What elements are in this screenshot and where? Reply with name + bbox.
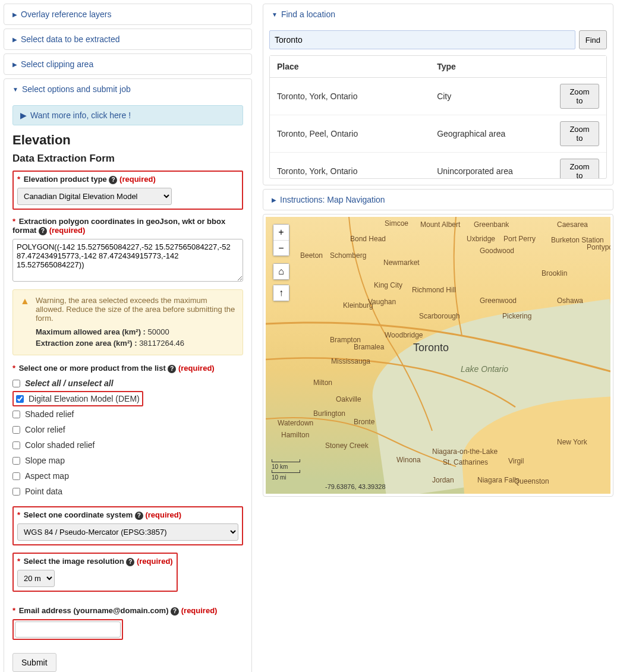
product-checkbox[interactable] [16,395,24,403]
col-type: Type [430,56,553,78]
product-checkbox[interactable] [12,488,20,496]
map-city-label: Jordan [432,476,454,484]
product-label: Point data [25,487,62,496]
product-checkbox[interactable] [12,411,20,418]
zoom-to-button[interactable]: Zoom to [560,159,599,178]
table-row: Toronto, York, OntarioCityZoom to [270,78,606,115]
map-locate-button[interactable]: ↑ [273,285,289,301]
max-area-value: 50000 [148,327,169,336]
select-all-label: Select all / unselect all [25,378,114,388]
zoom-in-button[interactable]: + [273,225,289,240]
map-city-label: Winona [396,456,421,464]
required-text: (required) [119,175,156,184]
map-city-label: Kleinburg [343,301,373,310]
required-text: (required) [178,364,215,373]
map-city-label: New York [557,438,587,446]
field-resolution: * Select the image resolution ? (require… [12,553,178,592]
map-city-label: Goodwood [480,247,514,255]
product-type-select[interactable]: Canadian Digital Elevation Model [17,188,172,205]
product-checkbox[interactable] [12,457,20,465]
select-all-checkbox[interactable] [12,380,20,387]
info-banner[interactable]: ▶Want more info, click here ! [12,105,243,125]
product-checkbox[interactable] [12,426,20,434]
map-city-label: Woodbridge [385,331,423,339]
form-title: Elevation [12,132,243,148]
find-button[interactable]: Find [579,30,607,49]
product-label: Color relief [25,425,65,434]
help-icon[interactable]: ? [135,512,143,520]
panel-clipping[interactable]: ▶Select clipping area [4,53,252,75]
help-icon[interactable]: ? [168,365,176,373]
panel-select-data[interactable]: ▶Select data to be extracted [4,29,252,50]
map-city-label: Richmond Hill [412,286,456,294]
map-city-label: Pickering [502,312,531,320]
product-checkbox[interactable] [12,472,20,480]
caret-right-icon: ▶ [12,61,17,68]
resolution-select[interactable]: 20 m [17,570,55,587]
product-row: Point data [12,484,243,499]
warning-text: Warning, the area selected exceeds the m… [36,296,235,323]
map-city-label: Queenston [514,477,549,485]
location-search-input[interactable] [269,30,575,49]
map-city-label: Greenbank [474,220,509,229]
help-icon[interactable]: ? [171,607,179,616]
map[interactable]: + − ⌂ ↑ SimcoeMount AlbertGreenbankCaesa… [266,217,610,494]
polygon-textarea[interactable]: POLYGON((-142 15.527565084227,-52 15.527… [12,239,243,282]
zoom-out-button[interactable]: − [273,240,289,255]
find-title: Find a location [281,10,335,19]
map-city-label: Port Perry [503,235,536,243]
caret-right-icon: ▶ [272,197,276,203]
map-city-label: Caesarea [557,220,588,229]
products-label: Select one or more product from the list [19,364,166,373]
instructions-label: Instructions: Map Navigation [280,195,385,204]
panel-find-location: ▼Find a location Find PlaceType Toronto,… [263,4,613,185]
home-control: ⌂ [273,263,289,280]
map-city-label: Bronte [354,418,374,426]
locate-control: ↑ [273,285,289,301]
panel-clipping-label: Select clipping area [21,59,93,69]
zone-area-value: 38117264.46 [139,339,184,348]
map-city-label: Burlington [313,409,345,418]
panel-select-data-label: Select data to be extracted [21,34,120,44]
map-label-main-city: Toronto [413,342,449,354]
product-label: Color shaded relief [25,440,95,450]
required-star: * [17,510,20,519]
map-city-label: Oakville [336,395,361,403]
panel-options-header[interactable]: ▼Select options and submit job [4,79,251,99]
cell-type: City [430,78,553,115]
map-coords: -79.63876, 43.39328 [325,483,386,490]
required-star: * [12,217,15,226]
scale-mi: 10 mi [272,474,286,481]
zoom-to-button[interactable]: Zoom to [560,121,599,146]
map-city-label: Milton [313,378,332,387]
required-star: * [17,175,20,184]
panel-overlay[interactable]: ▶Overlay reference layers [4,4,252,25]
panel-find-header[interactable]: ▼Find a location [263,4,613,24]
caret-right-icon: ▶ [20,111,27,120]
results-table: PlaceType Toronto, York, OntarioCityZoom… [270,56,606,178]
resolution-label: Select the image resolution [24,557,124,566]
cell-place: Toronto, York, Ontario [270,153,430,179]
map-scale: 10 km 10 mi [272,459,300,481]
product-checkbox[interactable] [12,441,20,449]
map-home-button[interactable]: ⌂ [273,264,289,279]
panel-instructions[interactable]: ▶Instructions: Map Navigation [263,189,613,210]
zoom-to-button[interactable]: Zoom to [560,84,599,109]
coord-sys-label: Select one coordinate system [24,510,133,519]
caret-down-icon: ▼ [272,11,278,18]
panel-options: ▼Select options and submit job ▶Want mor… [4,78,252,672]
help-icon[interactable]: ? [39,227,47,235]
map-city-label: Virgil [508,457,524,465]
email-input[interactable] [15,621,121,638]
col-place: Place [270,56,430,78]
map-city-label: Greenwood [480,296,517,305]
required-star: * [17,557,20,566]
help-icon[interactable]: ? [109,176,117,184]
map-city-label: Pontypool [587,243,610,251]
help-icon[interactable]: ? [126,558,134,566]
submit-button[interactable]: Submit [12,653,56,672]
map-city-label: Bond Head [350,235,386,243]
required-text: (required) [49,226,86,235]
coord-sys-select[interactable]: WGS 84 / Pseudo-Mercator (EPSG:3857) [17,523,238,541]
cell-place: Toronto, Peel, Ontario [270,115,430,153]
